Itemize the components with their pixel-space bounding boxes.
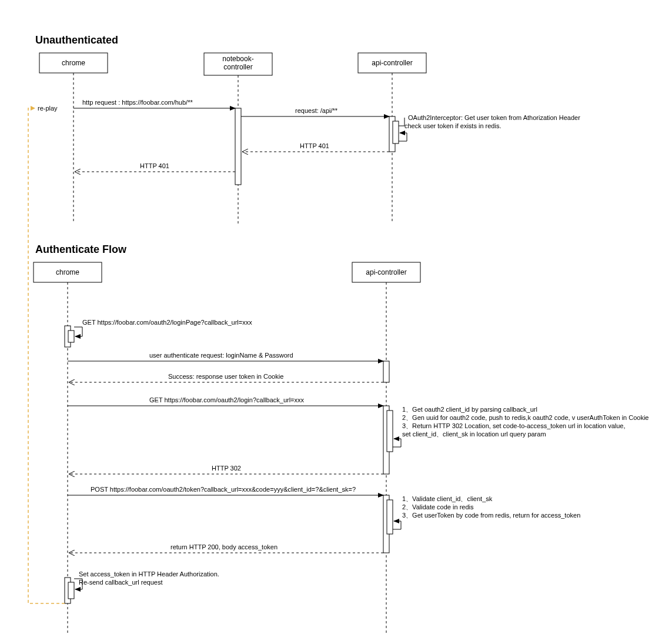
svg-text:api-controller: api-controller [372, 59, 412, 67]
msg-401-2: HTTP 401 [140, 162, 169, 169]
section2-title: Authenticate Flow [35, 243, 127, 255]
msg-302: HTTP 302 [212, 465, 241, 472]
actor-notebook: notebook- controller [204, 53, 272, 75]
ann-4c: 3、Return HTTP 302 Location, set code-to-… [402, 422, 626, 429]
replay-label: re-play [38, 105, 58, 112]
msg-api-request: request: /api/** [295, 107, 338, 114]
svg-text:chrome: chrome [62, 59, 85, 67]
annotation-oauth2: OAuth2Interceptor: Get user token from A… [408, 114, 580, 121]
msg-auth-request: user authenticate request: loginName & P… [149, 352, 293, 359]
svg-rect-35 [387, 500, 393, 534]
svg-text:api-controller: api-controller [366, 268, 406, 276]
ann-6c: 3、Get userToken by code from redis, retu… [402, 512, 580, 519]
ann-6a: 1、Validate client_id、client_sk [402, 495, 493, 502]
svg-text:controller: controller [223, 63, 252, 71]
actor-api-2: api-controller [352, 262, 420, 282]
svg-rect-12 [393, 121, 399, 144]
svg-rect-27 [383, 361, 389, 382]
svg-rect-10 [235, 108, 241, 185]
actor-api-1: api-controller [358, 53, 426, 73]
svg-rect-31 [387, 411, 393, 452]
actor-chrome-2: chrome [34, 262, 102, 282]
msg-get-login: GET https://foobar.com/oauth2/login?call… [149, 396, 305, 403]
ann-6b: 2、Validate code in redis [402, 503, 474, 510]
annotation-redis: check user token if exists in redis. [404, 122, 501, 129]
ann-4a: 1、Get oauth2 client_id by parsing callba… [402, 406, 537, 413]
msg-200: return HTTP 200, body access_token [170, 543, 278, 550]
svg-marker-40 [31, 106, 35, 111]
msg-set-token-a: Set access_token in HTTP Header Authoriz… [79, 570, 219, 578]
msg-set-token-b: Re-send callback_url request [79, 579, 162, 586]
ann-4b: 2、Gen uuid for oauth2 code, push to redi… [402, 414, 649, 421]
svg-text:notebook-: notebook- [222, 55, 253, 63]
msg-get-loginpage: GET https://foobar.com/oauth2/loginPage?… [82, 319, 252, 326]
svg-rect-26 [68, 331, 74, 342]
svg-text:chrome: chrome [56, 268, 79, 276]
sequence-diagram: Unauthenticated chrome notebook- control… [0, 0, 672, 644]
ann-4d: set client_id、client_sk in location url … [402, 431, 546, 438]
replay-path [28, 108, 65, 603]
section1-title: Unauthenticated [35, 34, 118, 46]
msg-401-1: HTTP 401 [300, 142, 329, 149]
svg-rect-39 [68, 582, 74, 599]
msg-post-token: POST https://foobar.com/oauth2/token?cal… [91, 486, 356, 493]
actor-chrome-1: chrome [39, 53, 108, 73]
msg-auth-success: Success: response user token in Cookie [168, 373, 283, 380]
msg-http-request: http request : https://foobar.com/hub/** [82, 99, 193, 106]
